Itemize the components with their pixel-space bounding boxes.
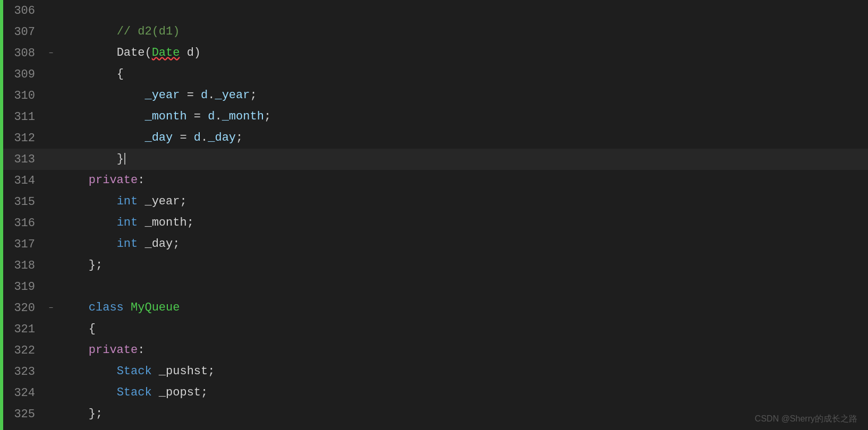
fold-gutter[interactable]: − xyxy=(46,304,56,312)
code-content: class MyQueue xyxy=(56,297,868,319)
code-content: _day = d._day; xyxy=(56,127,868,149)
code-line: 306 xyxy=(3,0,868,21)
line-number: 310 xyxy=(3,89,46,102)
line-number: 317 xyxy=(3,238,46,251)
code-line: 309 { xyxy=(3,64,868,85)
code-line: 307 // d2(d1) xyxy=(3,21,868,42)
line-number: 309 xyxy=(3,68,46,81)
code-content: Stack _popst; xyxy=(56,382,868,403)
code-line: 324 Stack _popst; xyxy=(3,382,868,403)
line-number: 308 xyxy=(3,47,46,60)
code-line: 316 int _month; xyxy=(3,212,868,234)
line-number: 323 xyxy=(3,365,46,379)
code-content: private: xyxy=(56,340,868,361)
code-content: _month = d._month; xyxy=(56,106,868,127)
line-number: 311 xyxy=(3,110,46,124)
code-content: int _year; xyxy=(56,191,868,212)
code-line: 308− Date(Date d) xyxy=(3,42,868,64)
code-line: 317 int _day; xyxy=(3,234,868,255)
code-content: { xyxy=(56,64,868,85)
line-number: 322 xyxy=(3,344,46,357)
code-content: { xyxy=(56,319,868,340)
code-content: Stack _pushst; xyxy=(56,361,868,382)
code-line: 320− class MyQueue xyxy=(3,297,868,319)
code-line: 311 _month = d._month; xyxy=(3,106,868,127)
code-content: // d2(d1) xyxy=(56,21,868,42)
code-content: }; xyxy=(56,255,868,276)
code-content: } xyxy=(56,149,868,170)
line-number: 325 xyxy=(3,408,46,421)
code-line: 325 }; xyxy=(3,403,868,425)
code-content: }; xyxy=(56,403,868,425)
line-number: 312 xyxy=(3,132,46,145)
line-number: 306 xyxy=(3,4,46,18)
code-content: Date(Date d) xyxy=(56,42,868,64)
code-area[interactable]: 306307 // d2(d1)308− Date(Date d)309 {31… xyxy=(3,0,868,430)
code-line: 318 }; xyxy=(3,255,868,276)
code-line: 322 private: xyxy=(3,340,868,361)
watermark: CSDN @Sherry的成长之路 xyxy=(755,414,857,425)
code-line: 323 Stack _pushst; xyxy=(3,361,868,382)
line-number: 313 xyxy=(3,153,46,166)
code-content: _year = d._year; xyxy=(56,85,868,106)
code-line: 313 } xyxy=(3,149,868,170)
editor-container: 306307 // d2(d1)308− Date(Date d)309 {31… xyxy=(0,0,868,430)
code-line: 312 _day = d._day; xyxy=(3,127,868,149)
code-line: 319 xyxy=(3,276,868,297)
line-number: 321 xyxy=(3,323,46,336)
code-line: 315 int _year; xyxy=(3,191,868,212)
code-line: 310 _year = d._year; xyxy=(3,85,868,106)
code-line: 321 { xyxy=(3,319,868,340)
code-line: 314 private: xyxy=(3,170,868,191)
text-cursor xyxy=(124,153,125,165)
code-content: int _month; xyxy=(56,212,868,234)
line-number: 307 xyxy=(3,25,46,39)
line-number: 318 xyxy=(3,259,46,272)
line-number: 316 xyxy=(3,217,46,230)
line-number: 320 xyxy=(3,302,46,315)
line-number: 315 xyxy=(3,195,46,209)
line-number: 324 xyxy=(3,386,46,400)
code-content: private: xyxy=(56,170,868,191)
line-number: 319 xyxy=(3,280,46,294)
code-content: int _day; xyxy=(56,234,868,255)
fold-gutter[interactable]: − xyxy=(46,49,56,57)
line-number: 314 xyxy=(3,174,46,187)
